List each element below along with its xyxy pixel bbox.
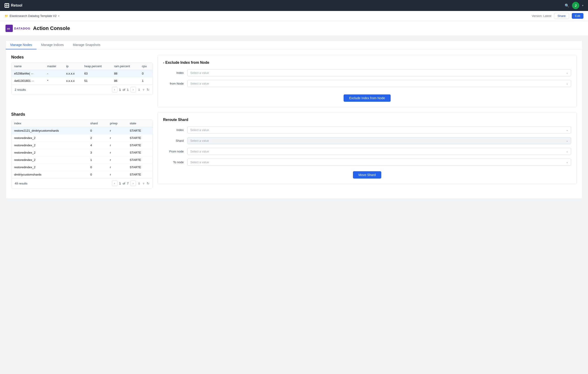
table-row[interactable]: restoredindex_2 3 r STARTE <box>11 149 153 156</box>
table-row[interactable]: restoredindex_2 1 r STARTE <box>11 156 153 164</box>
reroute-shard-arrow-icon: ⌄ <box>566 139 568 142</box>
table-row[interactable]: 4e61301801 ··· * x.x.x.x 51 86 1 <box>11 77 153 85</box>
shards-section: Shards index shard prirep state <box>11 112 577 189</box>
exclude-panel-title: - Exclude Index from Node <box>163 61 571 65</box>
shards-download-icon[interactable]: ⇓ <box>138 182 140 185</box>
col-header-ram: ram.percent <box>111 63 139 70</box>
svg-text:DD: DD <box>7 28 10 30</box>
exclude-fromnode-row: from Node Select a value ⌄ <box>163 80 571 87</box>
tab-panel: Manage Nodes Manage Indices Manage Snaps… <box>5 41 583 199</box>
cell-ip: x.x.x.x <box>63 70 82 77</box>
shards-page-num: 1 <box>119 182 121 185</box>
cell-index: restoredindex_2 <box>11 156 87 164</box>
shards-prev-button[interactable]: ‹ <box>112 181 117 186</box>
shards-next-button[interactable]: › <box>130 181 136 186</box>
reroute-fromnode-select[interactable]: Select a value ⌄ <box>187 148 571 155</box>
table-row[interactable]: restoredindex_2 4 r STARTE <box>11 142 153 149</box>
col-header-name: name <box>11 63 44 70</box>
cell-index: restoredindex_2 <box>11 164 87 171</box>
nodes-total-pages: 1 <box>127 88 129 91</box>
cell-state: STARTE <box>127 127 153 134</box>
nodes-of-label: of <box>123 88 125 91</box>
reroute-fromnode-arrow-icon: ⌄ <box>566 150 568 153</box>
reroute-index-label: Index <box>163 128 184 132</box>
col-header-ip: ip <box>63 63 82 70</box>
reroute-shard-select[interactable]: Select a value ⌄ <box>187 137 571 144</box>
nodes-pagination-icons: ⇓ ▿ ↻ <box>138 88 149 91</box>
cell-prirep: r <box>107 127 127 134</box>
sub-navigation: 📁 Elasticsearch Datadog Template V2 ▾ Ve… <box>0 11 588 21</box>
shards-table-container: index shard prirep state restore2121_dmi… <box>11 120 153 189</box>
user-menu-chevron-icon[interactable]: ▾ <box>582 4 583 7</box>
edit-button[interactable]: Edit <box>572 13 583 19</box>
reroute-fromnode-label: From node <box>163 150 184 153</box>
cell-state: STARTE <box>127 171 153 178</box>
shards-table: index shard prirep state restore2121_dmi… <box>11 120 153 178</box>
cell-state: STARTE <box>127 164 153 171</box>
exclude-fromnode-label: from Node <box>163 82 184 85</box>
retool-logo-area: Retool <box>5 3 22 8</box>
reroute-shard-label: Shard <box>163 139 184 143</box>
nodes-section: Nodes name master ip heap.percent ram.pe… <box>11 55 577 108</box>
breadcrumb-chevron-icon[interactable]: ▾ <box>58 14 59 18</box>
cell-cpu: 0 <box>139 70 153 77</box>
reroute-index-row: Index Select a value ⌄ <box>163 126 571 133</box>
table-row[interactable]: restoredindex_2 2 r STARTE <box>11 134 153 142</box>
cell-prirep: r <box>107 142 127 149</box>
datadog-logo: DD DATADOG <box>5 25 30 32</box>
nodes-pagination: 2 results ‹ 1 of 1 › ⇓ ▿ ↻ <box>11 84 153 95</box>
exclude-index-label: Index <box>163 71 184 75</box>
col-header-index: index <box>11 120 87 127</box>
tab-manage-snapshots[interactable]: Manage Snapshots <box>68 41 105 49</box>
reroute-shard-row: Shard Select a value ⌄ <box>163 137 571 144</box>
exclude-fromnode-select[interactable]: Select a value ⌄ <box>187 80 571 87</box>
cell-shard: 2 <box>87 134 107 142</box>
col-header-shard: shard <box>87 120 107 127</box>
search-icon[interactable]: 🔍 <box>565 3 569 8</box>
cell-state: STARTE <box>127 134 153 142</box>
nodes-refresh-icon[interactable]: ↻ <box>147 88 149 91</box>
nodes-filter-icon[interactable]: ▿ <box>143 88 144 91</box>
cell-ram: 88 <box>111 70 139 77</box>
nodes-pagination-controls: ‹ 1 of 1 › ⇓ ▿ ↻ <box>112 87 149 92</box>
nodes-download-icon[interactable]: ⇓ <box>138 88 140 91</box>
nodes-results: 2 results <box>15 88 26 91</box>
cell-index: restore2121_dmitriycustomshards <box>11 127 87 134</box>
retool-logo-text: Retool <box>11 3 22 8</box>
nodes-prev-button[interactable]: ‹ <box>112 87 117 92</box>
avatar[interactable]: J <box>572 2 579 9</box>
reroute-index-select[interactable]: Select a value ⌄ <box>187 126 571 133</box>
cell-index: restoredindex_2 <box>11 134 87 142</box>
folder-icon: 📁 <box>5 14 8 18</box>
table-row[interactable]: e5298a44e( ··· - x.x.x.x 63 88 0 <box>11 70 153 77</box>
cell-prirep: r <box>107 149 127 156</box>
move-shard-button[interactable]: Move Shard <box>353 171 381 178</box>
retool-icon <box>5 3 9 8</box>
cell-name: e5298a44e( ··· <box>11 70 44 77</box>
tab-manage-nodes[interactable]: Manage Nodes <box>6 41 37 49</box>
share-button[interactable]: Share <box>554 13 569 19</box>
reroute-tonode-select[interactable]: Select a value ⌄ <box>187 159 571 166</box>
col-header-prirep: prirep <box>107 120 127 127</box>
table-row[interactable]: restore2121_dmitriycustomshards 0 r STAR… <box>11 127 153 134</box>
exclude-panel: - Exclude Index from Node Index Select a… <box>158 55 577 108</box>
tab-manage-indices[interactable]: Manage Indices <box>37 41 68 49</box>
exclude-fromnode-placeholder: Select a value <box>190 82 209 85</box>
exclude-index-button[interactable]: Exclude Index from Node <box>344 94 390 102</box>
nodes-next-button[interactable]: › <box>130 87 136 92</box>
datadog-logo-image: DD <box>5 25 13 32</box>
table-row[interactable]: restoredindex_2 0 r STARTE <box>11 164 153 171</box>
table-row[interactable]: dmitriycustomshards 0 r STARTE <box>11 171 153 178</box>
cell-prirep: r <box>107 156 127 164</box>
shards-filter-icon[interactable]: ▿ <box>143 182 144 185</box>
page-header: DD DATADOG Action Console <box>0 21 588 36</box>
exclude-index-select[interactable]: Select a value ⌄ <box>187 69 571 76</box>
shards-pagination-icons: ⇓ ▿ ↻ <box>138 182 149 185</box>
shards-refresh-icon[interactable]: ↻ <box>147 182 149 185</box>
reroute-fromnode-row: From node Select a value ⌄ <box>163 148 571 155</box>
cell-master: * <box>44 77 63 85</box>
page-title: Action Console <box>33 25 70 31</box>
datadog-label: DATADOG <box>14 27 30 30</box>
breadcrumb-area: 📁 Elasticsearch Datadog Template V2 ▾ <box>5 14 59 18</box>
shards-table-header-row: index shard prirep state <box>11 120 153 127</box>
